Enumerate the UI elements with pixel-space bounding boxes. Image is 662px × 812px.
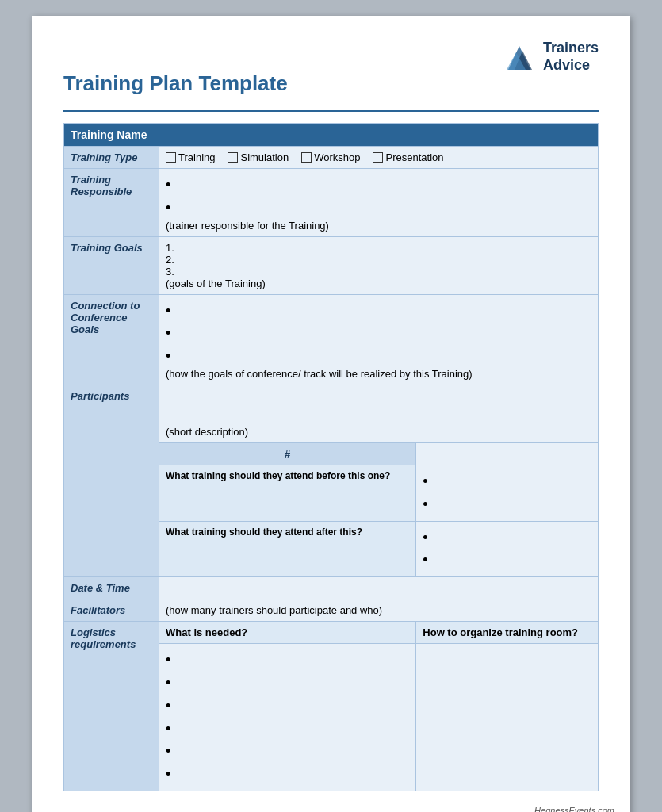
after-bullet-1: •: [423, 527, 591, 550]
table-row-training-name: Training Name: [64, 124, 599, 147]
hint-participants: (short description): [166, 426, 591, 438]
page-title-area: Training Plan Template: [63, 40, 288, 96]
conf-bullet-2: •: [166, 322, 591, 345]
hint-goals: (goals of the Training): [166, 278, 591, 289]
logo-icon: [502, 40, 537, 75]
training-table: Training Name Training Type Training Sim…: [63, 123, 599, 791]
content-conference: • • • (how the goals of conference/ trac…: [159, 294, 599, 385]
hint-responsible: (trainer responsible for the Training): [166, 220, 591, 232]
conf-bullet-3: •: [166, 345, 591, 368]
label-goals: Training Goals: [64, 236, 159, 294]
log-bullet-3: •: [166, 695, 409, 718]
logo: Trainers Advice: [502, 40, 599, 75]
content-training-type: Training Simulation Workshop Presen: [159, 147, 599, 169]
label-date: Date & Time: [64, 577, 159, 599]
header: Training Plan Template Trainers Advice: [63, 40, 599, 96]
label-training-type: Training Type: [64, 147, 159, 169]
bullet-1: •: [166, 174, 591, 197]
checkbox-row: Training Simulation Workshop Presen: [166, 151, 591, 163]
label-responsible: TrainingResponsible: [64, 169, 159, 237]
log-bullet-1: •: [166, 649, 409, 672]
label-facilitators: Facilitators: [64, 599, 159, 622]
checkbox-simulation[interactable]: [228, 152, 238, 163]
table-row-participants: Participants (short description): [64, 385, 599, 442]
log-bullet-2: •: [166, 672, 409, 695]
label-participants: Participants: [64, 385, 159, 576]
hash-content: [416, 442, 599, 465]
table-row-conference: Connection to Conference Goals • • • (ho…: [64, 294, 599, 385]
label-presentation: Presentation: [385, 151, 443, 163]
checkbox-training[interactable]: [166, 152, 176, 163]
logistics-col2-content: [416, 644, 599, 791]
logistics-col1-content: • • • • • •: [159, 644, 416, 791]
checkbox-workshop[interactable]: [301, 152, 312, 163]
content-goals: 1. 2. 3. (goals of the Training): [159, 236, 599, 294]
table-row-facilitators: Facilitators (how many trainers should p…: [64, 599, 599, 622]
content-responsible: • • (trainer responsible for the Trainin…: [159, 169, 599, 237]
content-date: [159, 577, 599, 599]
table-row-training-type: Training Type Training Simulation: [64, 147, 599, 169]
logistics-col1-header: What is needed?: [159, 622, 416, 644]
content-after: • •: [416, 521, 599, 577]
goal-1: 1.: [166, 242, 591, 254]
footer: HegnessEvents.com: [534, 806, 614, 812]
content-before: • •: [416, 465, 599, 521]
log-bullet-5: •: [166, 740, 409, 763]
table-row-logistics-header: Logisticsrequirements What is needed? Ho…: [64, 622, 599, 644]
content-participants-desc: (short description): [159, 385, 599, 442]
title-divider: [63, 110, 599, 112]
page: Training Plan Template Trainers Advice T…: [32, 16, 630, 812]
label-simulation: Simulation: [240, 151, 289, 163]
cb-training: Training: [166, 151, 215, 163]
before-bullet-2: •: [423, 493, 591, 516]
goal-3: 3.: [166, 266, 591, 278]
hint-conference: (how the goals of conference/ track will…: [166, 368, 591, 380]
page-title: Training Plan Template: [63, 71, 288, 96]
table-row-date: Date & Time: [64, 577, 599, 599]
label-training: Training: [178, 151, 215, 163]
label-after: What training should they attend after t…: [159, 521, 416, 577]
label-before: What training should they attend before …: [159, 465, 416, 521]
logistics-col2-header: How to organize training room?: [416, 622, 599, 644]
table-row-goals: Training Goals 1. 2. 3. (goals of the Tr…: [64, 236, 599, 294]
content-facilitators: (how many trainers should participate an…: [159, 599, 599, 622]
log-bullet-6: •: [166, 763, 409, 786]
cb-simulation: Simulation: [228, 151, 289, 163]
bullet-2: •: [166, 197, 591, 220]
conf-bullet-1: •: [166, 300, 591, 323]
before-bullet-1: •: [423, 470, 591, 493]
cb-workshop: Workshop: [301, 151, 360, 163]
label-logistics: Logisticsrequirements: [64, 622, 159, 791]
logo-text: Trainers Advice: [543, 40, 599, 74]
checkbox-presentation[interactable]: [373, 152, 383, 163]
log-bullet-4: •: [166, 718, 409, 741]
hash-cell: #: [159, 442, 416, 465]
goal-2: 2.: [166, 254, 591, 266]
hint-facilitators: (how many trainers should participate an…: [166, 604, 591, 616]
label-conference: Connection to Conference Goals: [64, 294, 159, 385]
table-row-responsible: TrainingResponsible • • (trainer respons…: [64, 169, 599, 237]
label-workshop: Workshop: [314, 151, 360, 163]
after-bullet-2: •: [423, 549, 591, 572]
training-name-header: Training Name: [64, 124, 599, 147]
cb-presentation: Presentation: [373, 151, 443, 163]
